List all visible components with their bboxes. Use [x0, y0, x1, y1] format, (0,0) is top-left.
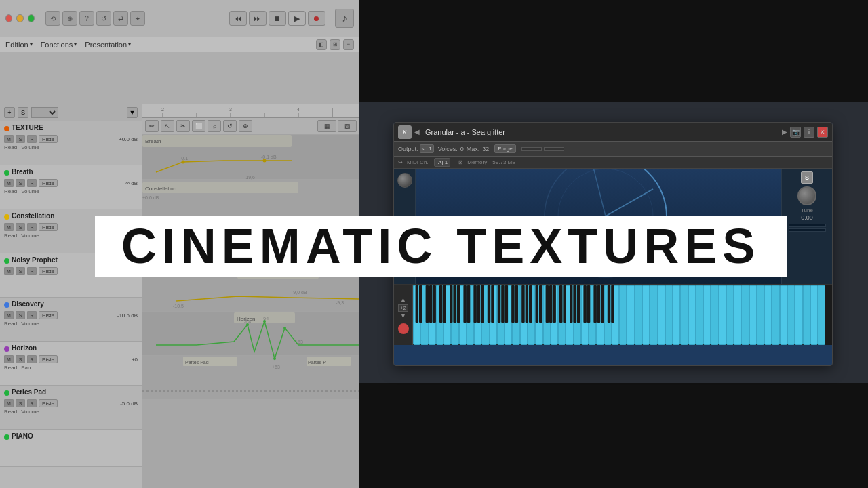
view-btn-3[interactable]: ≡ [343, 39, 354, 50]
tool-merge[interactable]: ⊕ [239, 120, 252, 132]
track-filter-btn[interactable]: S [18, 107, 28, 118]
track-sort-select[interactable] [31, 107, 58, 118]
white-key[interactable] [619, 285, 627, 345]
toolbar-btn-2[interactable]: ⊕ [62, 11, 77, 26]
white-key[interactable] [635, 285, 642, 345]
white-key[interactable] [741, 285, 749, 345]
nav-left-icon[interactable]: ◀ [414, 128, 420, 136]
white-key[interactable] [642, 285, 650, 345]
white-key[interactable] [803, 285, 810, 345]
mute-btn-perlespad[interactable]: M [4, 399, 14, 407]
play-btn-constellation[interactable]: Piste [39, 223, 58, 231]
tune-knob[interactable] [797, 186, 816, 205]
play-btn-perlespad[interactable]: Piste [39, 399, 58, 407]
white-key[interactable] [749, 285, 757, 345]
white-key[interactable] [589, 285, 596, 345]
output-select[interactable]: st. 1 [420, 144, 434, 153]
min-btn[interactable] [16, 14, 23, 22]
white-key[interactable] [780, 285, 787, 345]
white-key[interactable] [474, 285, 481, 345]
white-key[interactable] [443, 285, 451, 345]
white-key[interactable] [658, 285, 665, 345]
tool-loop[interactable]: ↺ [223, 120, 237, 132]
mute-btn-noisyprophet[interactable]: M [4, 267, 14, 275]
white-key[interactable] [505, 285, 512, 345]
white-key[interactable] [420, 285, 428, 345]
mute-btn-horizon[interactable]: M [4, 355, 14, 363]
white-key[interactable] [734, 285, 741, 345]
record-btn[interactable]: ⏺ [308, 11, 326, 26]
white-key[interactable] [459, 285, 467, 345]
mute-btn-breath[interactable]: M [4, 179, 14, 187]
solo-btn-discovery[interactable]: S [16, 311, 25, 319]
record-btn-breath[interactable]: R [27, 179, 37, 187]
white-key[interactable] [520, 285, 528, 345]
record-btn-discovery[interactable]: R [27, 311, 37, 319]
toolbar-btn-5[interactable]: ⇄ [113, 11, 128, 26]
white-key[interactable] [535, 285, 542, 345]
play-btn-horizon[interactable]: Piste [39, 355, 58, 363]
tool-grid-btn[interactable]: ▧ [338, 120, 357, 132]
white-key[interactable] [566, 285, 573, 345]
white-key[interactable] [772, 285, 779, 345]
record-btn-perlespad[interactable]: R [27, 399, 37, 407]
solo-btn-texture[interactable]: S [16, 135, 25, 143]
mute-btn-constellation[interactable]: M [4, 223, 14, 231]
solo-btn-constellation[interactable]: S [16, 223, 25, 231]
white-key[interactable] [604, 285, 612, 345]
close-btn[interactable] [5, 14, 12, 22]
white-key[interactable] [490, 285, 497, 345]
white-key[interactable] [764, 285, 772, 345]
tool-pointer[interactable]: ↖ [161, 120, 174, 132]
white-key[interactable] [795, 285, 802, 345]
white-key[interactable] [612, 285, 619, 345]
kontakt-close-btn[interactable]: ✕ [817, 127, 828, 138]
toolbar-btn-6[interactable]: ✦ [130, 11, 145, 26]
white-key[interactable] [436, 285, 443, 345]
kontakt-info-btn[interactable]: i [804, 127, 814, 138]
white-key[interactable] [497, 285, 505, 345]
white-key[interactable] [703, 285, 711, 345]
track-view-btn[interactable]: ▼ [127, 107, 138, 118]
record-btn-noisyprophet[interactable]: R [27, 267, 37, 275]
tool-eraser[interactable]: ⬜ [192, 120, 205, 132]
white-key[interactable] [574, 285, 581, 345]
tool-zoom[interactable]: ⌕ [208, 120, 221, 132]
white-key[interactable] [665, 285, 673, 345]
tool-pencil[interactable]: ✏ [145, 120, 159, 132]
solo-btn-perlespad[interactable]: S [16, 399, 25, 407]
edition-menu[interactable]: Edition ▾ [5, 41, 33, 49]
solo-btn-horizon[interactable]: S [16, 355, 25, 363]
white-key[interactable] [429, 285, 436, 345]
white-key[interactable] [512, 285, 519, 345]
presentation-menu[interactable]: Presentation ▾ [85, 41, 131, 49]
white-key[interactable] [551, 285, 558, 345]
white-key[interactable] [680, 285, 688, 345]
toolbar-btn-1[interactable]: ⟲ [45, 11, 60, 26]
play-btn[interactable]: ▶ [288, 11, 306, 26]
kbd-red-btn[interactable] [398, 323, 409, 334]
kontakt-camera-btn[interactable]: 📷 [790, 127, 801, 138]
solo-btn-breath[interactable]: S [16, 179, 25, 187]
white-key[interactable] [543, 285, 551, 345]
white-key[interactable] [558, 285, 566, 345]
white-key[interactable] [650, 285, 657, 345]
play-btn-breath[interactable]: Piste [39, 179, 58, 187]
rewind-btn[interactable]: ⏮ [229, 11, 247, 26]
max-btn[interactable] [28, 14, 35, 22]
tool-scissors[interactable]: ✂ [176, 120, 190, 132]
white-key[interactable] [757, 285, 764, 345]
nav-right-icon[interactable]: ▶ [782, 128, 787, 136]
white-key[interactable] [596, 285, 604, 345]
white-key[interactable] [673, 285, 680, 345]
toolbar-btn-4[interactable]: ↺ [96, 11, 111, 26]
play-btn-discovery[interactable]: Piste [39, 311, 58, 319]
white-key[interactable] [413, 285, 420, 345]
fonctions-menu[interactable]: Fonctions ▾ [41, 41, 77, 49]
fast-forward-btn[interactable]: ⏭ [249, 11, 267, 26]
record-btn-texture[interactable]: R [27, 135, 37, 143]
play-btn-texture[interactable]: Piste [39, 135, 58, 143]
white-key[interactable] [810, 285, 818, 345]
white-key[interactable] [627, 285, 634, 345]
white-key[interactable] [719, 285, 726, 345]
